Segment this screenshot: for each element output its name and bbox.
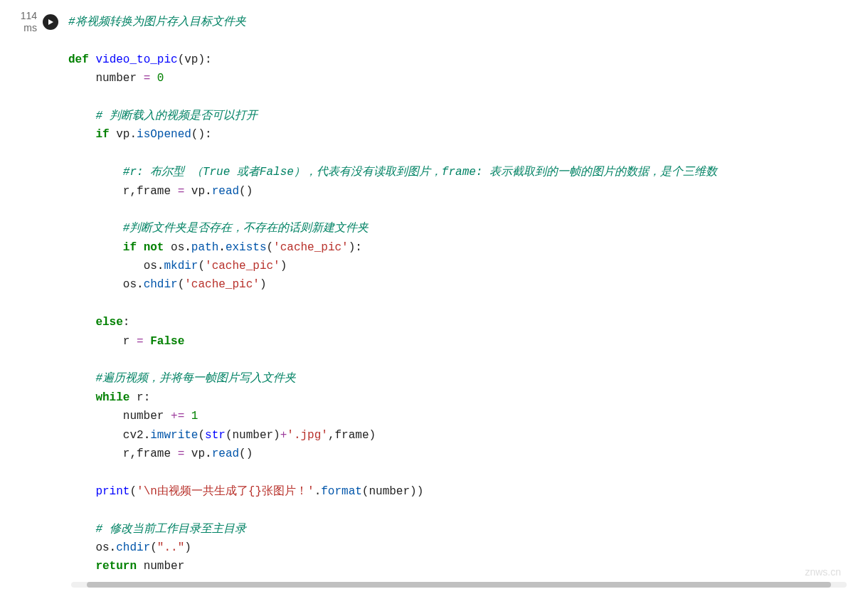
- paren-open: (: [266, 241, 273, 254]
- method-mkdir: mkdir: [164, 260, 198, 272]
- method-exists: exists: [226, 241, 267, 254]
- paren-open: (: [150, 541, 157, 554]
- method-imwrite: imwrite: [150, 429, 198, 442]
- paren-open: (: [129, 485, 137, 498]
- plus-op: +: [280, 429, 287, 442]
- call-tail: (): [239, 447, 253, 460]
- fn-print: print: [95, 485, 129, 498]
- paren-close: ): [184, 541, 191, 554]
- mod-os: os: [95, 541, 109, 554]
- comment-line: #将视频转换为图片存入目标文件夹: [68, 16, 246, 28]
- tuple-rframe: r,frame: [123, 185, 171, 198]
- attr-path: path: [191, 241, 218, 254]
- mod-os: os: [123, 278, 137, 291]
- execution-time: 114 ms: [21, 10, 37, 34]
- keyword-else: else: [95, 316, 122, 329]
- var-r: r: [123, 335, 130, 348]
- tuple-rframe: r,frame: [123, 447, 171, 460]
- keyword-while: while: [95, 391, 129, 404]
- paren-open: (: [198, 260, 205, 272]
- comment-line: #遍历视频，并将每一帧图片写入文件夹: [95, 372, 296, 385]
- literal-false: False: [150, 335, 184, 348]
- rest: (number)): [362, 485, 423, 498]
- code-editor[interactable]: #将视频转换为图片存入目标文件夹 def video_to_pic(vp): n…: [63, 0, 868, 589]
- paren-close: ): [280, 260, 287, 272]
- assign-op: =: [178, 185, 185, 198]
- fn-params: (vp):: [178, 53, 212, 66]
- literal-one: 1: [191, 410, 199, 423]
- comment-line: #r: 布尔型 （True 或者False），代表有没有读取到图片，frame:…: [123, 166, 717, 179]
- dot: .: [314, 485, 322, 498]
- method-read: read: [212, 447, 239, 460]
- var-vp: vp: [116, 128, 129, 141]
- string-literal: "..": [157, 541, 184, 554]
- fn-str: str: [205, 429, 226, 442]
- assign-op: =: [137, 335, 144, 348]
- mod-os: os: [144, 260, 157, 272]
- keyword-not: not: [144, 241, 164, 254]
- while-cond: r:: [137, 391, 150, 404]
- literal-zero: 0: [157, 72, 164, 85]
- colon: :: [123, 316, 130, 329]
- comment-line: #判断文件夹是否存在，不存在的话则新建文件夹: [123, 222, 369, 235]
- var-number: number: [123, 410, 164, 423]
- exec-time-unit: ms: [23, 22, 37, 33]
- var-number: number: [95, 72, 137, 85]
- paren-open: (: [198, 429, 205, 442]
- paren-open: (: [178, 278, 185, 291]
- method-read: read: [212, 185, 239, 198]
- paren-close: ): [260, 278, 267, 291]
- string-literal: '\n由视频一共生成了{}张图片！': [137, 485, 314, 498]
- string-literal: 'cache_pic': [205, 260, 280, 272]
- comment-line: # 判断载入的视频是否可以打开: [95, 110, 257, 122]
- comment-line: # 修改当前工作目录至主目录: [95, 523, 245, 536]
- assign-op: =: [144, 72, 151, 85]
- method-format: format: [321, 485, 362, 498]
- dot: .: [129, 128, 137, 141]
- method-isopened: isOpened: [137, 128, 191, 141]
- method-chdir: chdir: [116, 541, 150, 554]
- arg-number: (number): [226, 429, 280, 442]
- play-icon: [47, 18, 54, 26]
- call-tail: ():: [191, 128, 212, 141]
- function-name: video_to_pic: [95, 53, 177, 66]
- keyword-return: return: [95, 560, 137, 573]
- horizontal-scrollbar[interactable]: [71, 582, 847, 588]
- keyword-if: if: [95, 128, 109, 141]
- incr-op: +=: [171, 410, 184, 423]
- string-literal: 'cache_pic': [273, 241, 349, 254]
- string-literal: '.jpg': [287, 429, 328, 442]
- keyword-if: if: [123, 241, 137, 254]
- method-chdir: chdir: [144, 278, 178, 291]
- watermark: znws.cn: [805, 566, 841, 578]
- rest: ,frame): [328, 429, 376, 442]
- call-tail: (): [239, 185, 253, 198]
- gutter: 114 ms: [0, 0, 63, 589]
- paren-close: ):: [349, 241, 362, 254]
- var-vp: vp: [191, 185, 205, 198]
- mod-cv2: cv2: [123, 429, 144, 442]
- var-vp: vp: [191, 447, 205, 460]
- var-number: number: [144, 560, 185, 573]
- assign-op: =: [178, 447, 185, 460]
- keyword-def: def: [68, 53, 89, 66]
- scrollbar-thumb[interactable]: [87, 582, 831, 588]
- exec-time-value: 114: [21, 10, 37, 21]
- mod-os: os: [171, 241, 184, 254]
- notebook-cell: 114 ms #将视频转换为图片存入目标文件夹 def video_to_pic…: [0, 0, 868, 589]
- run-button[interactable]: [43, 14, 58, 30]
- string-literal: 'cache_pic': [184, 278, 260, 291]
